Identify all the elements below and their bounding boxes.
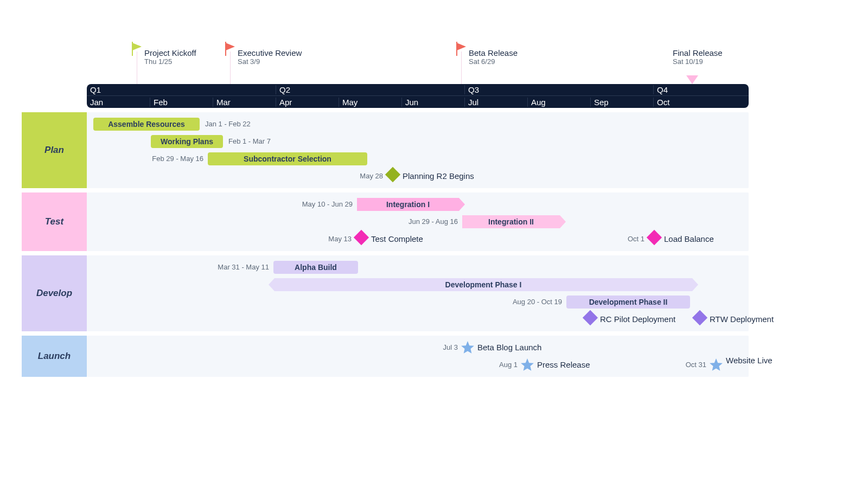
milestone-label: Project KickoffThu 1/25 <box>144 48 196 66</box>
task-bar: Development Phase I <box>275 278 692 291</box>
task-daterange: May 10 - Jun 29 <box>302 196 353 213</box>
task-daterange: Mar 31 - May 11 <box>218 259 269 276</box>
svg-marker-8 <box>521 358 534 371</box>
milestone-flag <box>131 42 143 56</box>
event-label: Website Live <box>726 356 764 365</box>
svg-marker-7 <box>461 341 474 354</box>
lane-row: Development Phase I <box>87 276 749 293</box>
task-bar: Alpha Build <box>273 261 358 274</box>
month-label: Aug <box>527 98 590 107</box>
lane-row: Working PlansFeb 1 - Mar 7 <box>87 133 749 150</box>
diamond-icon <box>647 230 662 245</box>
quarter-label: Q4 <box>653 85 716 94</box>
lane-label: Develop <box>22 255 87 331</box>
lane-row: RC Pilot DeploymentRTW Deployment <box>87 311 749 328</box>
svg-marker-9 <box>710 358 723 371</box>
svg-marker-6 <box>686 75 698 84</box>
event-date: May 13 <box>328 230 352 248</box>
diamond-icon <box>354 230 369 245</box>
gantt-chart: Project KickoffThu 1/25Executive ReviewS… <box>87 33 749 377</box>
lane-row: Development Phase IIAug 20 - Oct 19 <box>87 293 749 311</box>
event-label: Press Release <box>537 356 590 374</box>
month-label: Jul <box>464 98 527 107</box>
event-date: Oct 1 <box>628 230 644 248</box>
event-label: Planning R2 Begins <box>403 168 474 185</box>
milestone-label: Beta ReleaseSat 6/29 <box>469 48 518 66</box>
month-label: Mar <box>213 98 276 107</box>
star-icon <box>709 358 723 374</box>
lane-label: Plan <box>22 112 87 188</box>
milestone-flag <box>685 74 699 85</box>
svg-marker-3 <box>226 43 235 50</box>
task-daterange: Aug 20 - Oct 19 <box>513 293 562 311</box>
diamond-icon <box>583 310 598 325</box>
event-label: Beta Blog Launch <box>477 339 541 356</box>
task-daterange: Jun 29 - Aug 16 <box>409 213 458 230</box>
lane-develop: DevelopAlpha BuildMar 31 - May 11Develop… <box>87 255 749 331</box>
timeline-header: Q1Q2Q3Q4 JanFebMarAprMayJunJulAugSepOct <box>87 84 749 108</box>
task-bar: Development Phase II <box>566 296 690 309</box>
month-label: Feb <box>150 98 213 107</box>
quarter-label: Q3 <box>464 85 653 94</box>
lane-test: TestIntegration IMay 10 - Jun 29Integrat… <box>87 192 749 251</box>
milestone-label: Executive ReviewSat 3/9 <box>238 48 302 66</box>
event-date: May 28 <box>360 168 383 185</box>
lane-label: Launch <box>22 336 87 377</box>
lane-launch: LaunchJul 3Beta Blog LaunchAug 1Press Re… <box>87 336 749 377</box>
month-label: Apr <box>276 98 339 107</box>
month-label: Jun <box>401 98 464 107</box>
lane-label: Test <box>22 192 87 251</box>
lane-row: Jul 3Beta Blog Launch <box>87 339 749 356</box>
month-label: May <box>339 98 401 107</box>
lane-row: Integration IIJun 29 - Aug 16 <box>87 213 749 230</box>
svg-marker-5 <box>457 43 466 50</box>
event-label: RTW Deployment <box>710 311 774 328</box>
event-date: Aug 1 <box>499 356 518 374</box>
task-daterange: Feb 1 - Mar 7 <box>228 133 271 150</box>
event-label: RC Pilot Deployment <box>600 311 675 328</box>
event-date: Oct 31 <box>686 356 706 374</box>
lane-row: Alpha BuildMar 31 - May 11 <box>87 259 749 276</box>
task-bar: Integration II <box>462 215 560 228</box>
milestone-flag <box>224 42 236 56</box>
task-bar: Subcontractor Selection <box>208 152 367 165</box>
task-bar: Assemble Resources <box>93 118 200 131</box>
star-icon <box>461 341 475 356</box>
event-date: Jul 3 <box>443 339 458 356</box>
month-label: Sep <box>590 98 653 107</box>
milestone-label: Final ReleaseSat 10/19 <box>673 48 723 66</box>
lane-row: Subcontractor SelectionFeb 29 - May 16 <box>87 150 749 168</box>
milestone-flag <box>455 42 467 56</box>
task-bar: Working Plans <box>151 135 223 148</box>
star-icon <box>520 358 534 374</box>
milestone-strip: Project KickoffThu 1/25Executive ReviewS… <box>87 33 749 84</box>
diamond-icon <box>692 310 707 325</box>
event-label: Test Complete <box>371 230 423 248</box>
diamond-icon <box>385 167 400 182</box>
task-daterange: Feb 29 - May 16 <box>152 150 203 168</box>
quarter-label: Q2 <box>276 85 464 94</box>
month-label: Jan <box>87 98 150 107</box>
task-bar: Integration I <box>357 198 459 211</box>
event-label: Load Balance <box>664 230 714 248</box>
lane-row: Integration IMay 10 - Jun 29 <box>87 196 749 213</box>
lane-row: May 13Test CompleteOct 1Load Balance <box>87 230 749 248</box>
lane-row: Aug 1Press ReleaseOct 31Website Live <box>87 356 749 374</box>
month-label: Oct <box>653 98 716 107</box>
svg-marker-1 <box>132 43 142 50</box>
task-daterange: Jan 1 - Feb 22 <box>205 115 251 133</box>
lane-plan: PlanAssemble ResourcesJan 1 - Feb 22Work… <box>87 112 749 188</box>
lane-row: May 28Planning R2 Begins <box>87 168 749 185</box>
quarter-label: Q1 <box>87 85 276 94</box>
lane-row: Assemble ResourcesJan 1 - Feb 22 <box>87 115 749 133</box>
